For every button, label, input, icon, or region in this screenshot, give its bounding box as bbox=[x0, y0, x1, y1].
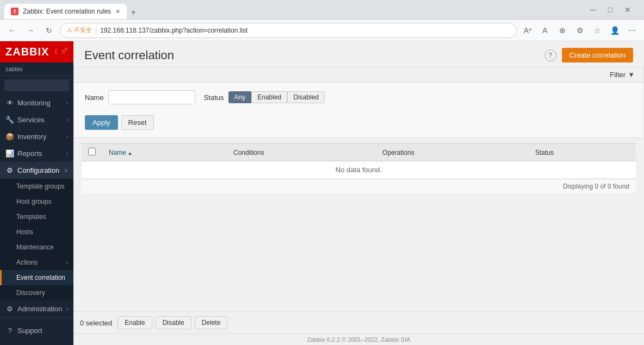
status-disabled-button[interactable]: Disabled bbox=[287, 91, 325, 103]
sidebar-item-label-configuration: Configuration bbox=[17, 166, 61, 174]
sidebar-item-reports[interactable]: 📊 Reports › bbox=[0, 145, 73, 162]
table-container: Name Conditions Operations Status bbox=[82, 143, 636, 193]
address-bar-row: ← → ↻ ⚠ 不安全 | 192.168.118.137/zabbix.php… bbox=[0, 20, 644, 41]
content-area: Event correlation ? Create correlation F… bbox=[73, 41, 644, 345]
active-tab[interactable]: Z Zabbix: Event correlation rules ✕ bbox=[4, 4, 127, 19]
event-correlation-label: Event correlation bbox=[16, 274, 65, 281]
app-footer: Zabbix 6.2.2 © 2001–2022, Zabbix SIA bbox=[73, 334, 644, 345]
sidebar-item-inventory[interactable]: 📦 Inventory › bbox=[0, 128, 73, 145]
more-icon[interactable]: ⋯ bbox=[624, 23, 640, 38]
minimize-button[interactable]: ─ bbox=[585, 2, 600, 17]
sort-by-name-link[interactable]: Name bbox=[109, 149, 132, 156]
disable-button[interactable]: Disable bbox=[156, 316, 191, 329]
templates-label: Templates bbox=[16, 213, 46, 221]
sidebar-item-monitoring[interactable]: 👁 Monitoring › bbox=[0, 95, 73, 111]
filter-label[interactable]: Filter bbox=[610, 71, 626, 79]
security-warning: ⚠ 不安全 bbox=[67, 26, 92, 34]
hosts-label: Hosts bbox=[16, 228, 33, 236]
table-header: Name Conditions Operations Status bbox=[82, 144, 636, 161]
table-header-operations: Operations bbox=[376, 144, 529, 161]
filter-body: Name Status Any Enabled Disabled Apply bbox=[74, 83, 643, 137]
sidebar-item-label-services: Services bbox=[17, 116, 63, 124]
monitoring-arrow-icon: › bbox=[66, 100, 68, 106]
support-icon: ? bbox=[5, 327, 14, 335]
filter-row: Name Status Any Enabled Disabled bbox=[85, 90, 633, 104]
user-icon[interactable]: 👤 bbox=[607, 23, 622, 38]
extensions-icon[interactable]: ⊕ bbox=[555, 23, 570, 38]
correlations-table: Name Conditions Operations Status bbox=[82, 143, 636, 179]
filter-reset-button[interactable]: Reset bbox=[121, 115, 154, 130]
filter-header: Filter ▼ bbox=[74, 67, 643, 83]
sidebar-item-templates[interactable]: Templates bbox=[0, 209, 73, 224]
sidebar-item-event-correlation[interactable]: Event correlation bbox=[0, 270, 73, 285]
profile-icon2[interactable]: A bbox=[537, 23, 553, 38]
sidebar-item-services[interactable]: 🔧 Services › bbox=[0, 111, 73, 128]
sidebar-nav: 👁 Monitoring › 🔧 Services › 📦 Inventory … bbox=[0, 95, 73, 317]
header-actions: ? Create correlation bbox=[544, 48, 633, 62]
action-bar: 0 selected Enable Disable Delete bbox=[73, 311, 644, 334]
sidebar-item-host-groups[interactable]: Host groups bbox=[0, 194, 73, 209]
main-wrapper: Name Conditions Operations Status bbox=[73, 138, 644, 311]
sidebar-logo: ZABBIX 《 📌 bbox=[0, 41, 73, 62]
template-groups-label: Template groups bbox=[16, 183, 65, 190]
host-groups-label: Host groups bbox=[16, 198, 52, 205]
new-tab-button[interactable]: + bbox=[127, 6, 140, 19]
table-header-status: Status bbox=[529, 144, 636, 161]
select-all-checkbox[interactable] bbox=[88, 148, 96, 155]
maintenance-label: Maintenance bbox=[16, 243, 54, 251]
collapse-sidebar-button[interactable]: 《 bbox=[51, 47, 58, 57]
tab-bar: Z Zabbix: Event correlation rules ✕ + bbox=[4, 0, 140, 19]
maximize-button[interactable]: □ bbox=[603, 2, 618, 17]
sidebar-item-administration[interactable]: ⚙ Administration › bbox=[0, 300, 73, 317]
sidebar-item-label-reports: Reports bbox=[17, 149, 63, 158]
sidebar-item-maintenance[interactable]: Maintenance bbox=[0, 240, 73, 255]
sidebar-item-hosts[interactable]: Hosts bbox=[0, 224, 73, 240]
profile-icon[interactable]: Aᵃ bbox=[520, 23, 535, 38]
footer-text: Zabbix 6.2.2 © 2001–2022, Zabbix SIA bbox=[307, 336, 411, 343]
sidebar-item-label-administration: Administration bbox=[17, 305, 63, 313]
configuration-icon: ⚙ bbox=[5, 166, 14, 174]
sidebar: ZABBIX 《 📌 zabbix 👁 Monitoring › 🔧 Servi… bbox=[0, 41, 73, 345]
sidebar-search-input[interactable] bbox=[4, 79, 69, 91]
inventory-icon: 📦 bbox=[5, 133, 14, 141]
sidebar-item-integrations[interactable]: Z Integrations bbox=[0, 339, 73, 345]
address-text: 192.168.118.137/zabbix.php?action=correl… bbox=[100, 27, 247, 34]
sidebar-item-discovery[interactable]: Discovery bbox=[0, 285, 73, 300]
sidebar-item-support[interactable]: ? Support bbox=[0, 322, 73, 339]
back-button[interactable]: ← bbox=[4, 23, 20, 38]
refresh-button[interactable]: ↻ bbox=[41, 23, 57, 38]
filter-toggle-icon[interactable]: ▼ bbox=[628, 71, 635, 79]
filter-actions: Apply Reset bbox=[85, 115, 154, 130]
address-bar[interactable]: ⚠ 不安全 | 192.168.118.137/zabbix.php?actio… bbox=[60, 23, 517, 38]
sidebar-item-label-support: Support bbox=[17, 327, 68, 335]
tab-close-button[interactable]: ✕ bbox=[115, 8, 120, 15]
create-correlation-button[interactable]: Create correlation bbox=[562, 48, 633, 62]
help-button[interactable]: ? bbox=[544, 49, 556, 61]
displaying-info: Displaying 0 of 0 found bbox=[82, 179, 636, 193]
sidebar-item-template-groups[interactable]: Template groups bbox=[0, 179, 73, 194]
no-data-message: No data found. bbox=[82, 161, 636, 179]
status-any-button[interactable]: Any bbox=[228, 91, 252, 103]
operations-header-label: Operations bbox=[382, 149, 414, 156]
forward-button[interactable]: → bbox=[23, 23, 38, 38]
close-button[interactable]: ✕ bbox=[620, 2, 635, 17]
administration-icon: ⚙ bbox=[5, 305, 14, 313]
status-enabled-button[interactable]: Enabled bbox=[251, 91, 287, 103]
delete-button[interactable]: Delete bbox=[195, 316, 228, 329]
pin-sidebar-button[interactable]: 📌 bbox=[60, 47, 68, 57]
services-icon: 🔧 bbox=[5, 116, 14, 124]
actions-label: Actions bbox=[16, 259, 38, 266]
table-body: No data found. bbox=[82, 161, 636, 179]
sidebar-item-configuration[interactable]: ⚙ Configuration ∨ bbox=[0, 162, 73, 179]
sidebar-item-actions[interactable]: Actions › bbox=[0, 255, 73, 270]
filter-apply-button[interactable]: Apply bbox=[85, 115, 118, 130]
actions-arrow-icon: › bbox=[66, 260, 68, 266]
enable-button[interactable]: Enable bbox=[117, 316, 152, 329]
settings-icon[interactable]: ⚙ bbox=[572, 23, 587, 38]
conditions-header-label: Conditions bbox=[233, 149, 264, 156]
filter-name-input[interactable] bbox=[108, 90, 195, 104]
inventory-arrow-icon: › bbox=[66, 134, 68, 140]
browser-actions: Aᵃ A ⊕ ⚙ ☆ 👤 ⋯ bbox=[520, 23, 640, 38]
page-header: Event correlation ? Create correlation bbox=[73, 41, 644, 67]
bookmark-icon[interactable]: ☆ bbox=[590, 23, 605, 38]
